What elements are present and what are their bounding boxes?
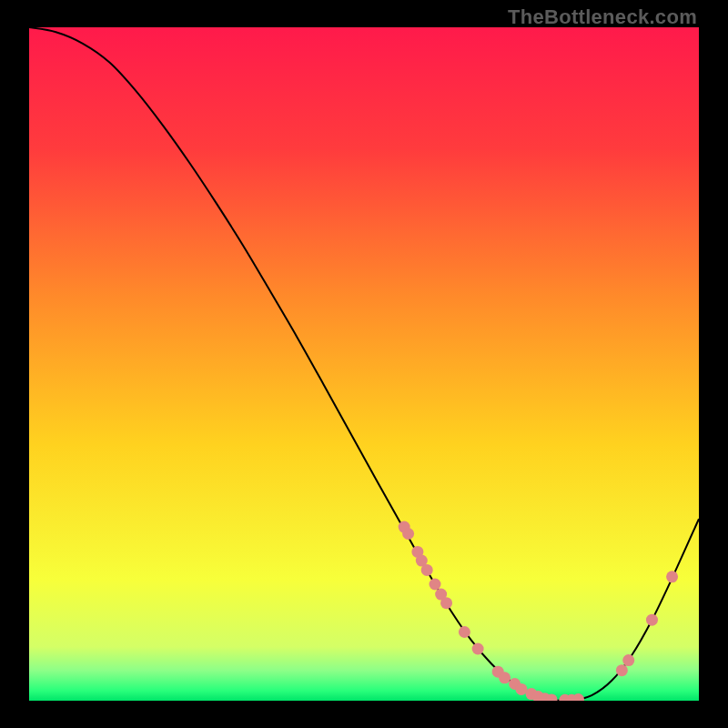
highlight-dot [666,571,678,582]
highlight-dot [430,578,441,590]
chart-stage: TheBottleneck.com [0,0,728,728]
highlight-dot [515,683,527,695]
highlight-dot [472,643,484,655]
bottleneck-chart [29,27,699,701]
highlight-dot [402,528,414,540]
highlight-dot [421,564,433,576]
plot-background [29,27,699,701]
highlight-dot [499,672,511,683]
highlight-dot [459,626,470,638]
highlight-dot [440,597,452,609]
watermark-text: TheBottleneck.com [508,5,697,29]
highlight-dot [646,614,658,626]
highlight-dot [622,654,634,666]
highlight-dot [616,664,628,676]
